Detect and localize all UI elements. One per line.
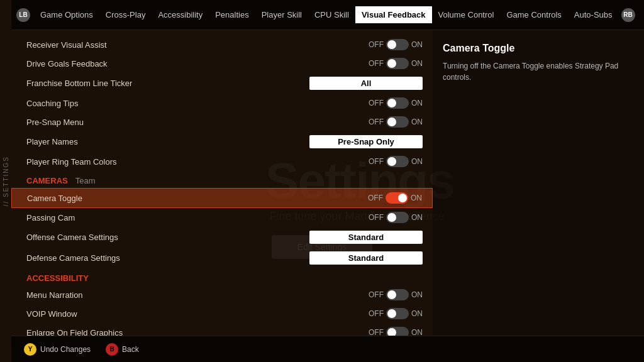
toggle-voip-window[interactable]: OFF ON — [369, 308, 423, 319]
nav-item-player-skill[interactable]: Player Skill — [255, 6, 308, 23]
setting-voip-window[interactable]: VOIP Window OFF ON — [11, 304, 433, 323]
setting-pre-snap-menu[interactable]: Pre-Snap Menu OFF ON — [11, 112, 433, 131]
y-button-badge: Y — [24, 343, 36, 356]
select-defense-camera[interactable]: Standard — [309, 251, 423, 265]
select-offense-camera[interactable]: Standard — [309, 231, 423, 244]
undo-changes-label: Undo Changes — [40, 345, 91, 354]
setting-player-names[interactable]: Player Names Pre-Snap Only — [11, 131, 433, 152]
nav-item-accessibility[interactable]: Accessibility — [152, 6, 209, 23]
nav-item-cross-play[interactable]: Cross-Play — [99, 6, 152, 23]
sidebar: // SETTINGS — [0, 0, 11, 362]
cameras-section-subtitle: Team — [75, 176, 96, 185]
info-panel: Camera Toggle Turning off the Camera Tog… — [433, 30, 644, 336]
nav-item-auto-subs[interactable]: Auto-Subs — [568, 6, 619, 23]
setting-passing-cam[interactable]: Passing Cam OFF ON — [11, 208, 433, 227]
info-panel-title: Camera Toggle — [443, 43, 634, 54]
toggle-switch-menu-narration[interactable] — [386, 289, 409, 300]
select-box-defense-camera[interactable]: Standard — [309, 251, 423, 265]
rb-badge: RB — [621, 8, 635, 22]
info-panel-description: Turning off the Camera Toggle enables St… — [443, 60, 634, 83]
toggle-switch-drive-goals-feedback[interactable] — [386, 58, 409, 69]
toggle-switch-coaching-tips[interactable] — [386, 97, 409, 109]
settings-panel: Receiver Visual Assist OFF ON Drive Goal… — [11, 30, 433, 336]
setting-camera-toggle[interactable]: Camera Toggle OFF ON — [11, 188, 433, 208]
select-box-franchise[interactable]: All — [309, 77, 423, 90]
toggle-switch-enlarge-on-field-graphics[interactable] — [386, 327, 409, 336]
setting-player-ring-team-colors[interactable]: Player Ring Team Colors OFF ON — [11, 152, 433, 171]
accessibility-section-header: Accessibility — [11, 268, 433, 285]
setting-receiver-visual-assist[interactable]: Receiver Visual Assist OFF ON — [11, 35, 433, 54]
nav-item-game-options[interactable]: Game Options — [34, 6, 99, 23]
nav-item-visual-feedback[interactable]: Visual Feedback — [355, 6, 432, 23]
cameras-section-title: Cameras — [26, 176, 68, 185]
toggle-enlarge-on-field-graphics[interactable]: OFF ON — [369, 327, 423, 336]
nav-item-penalties[interactable]: Penalties — [209, 6, 255, 23]
nav-item-game-controls[interactable]: Game Controls — [500, 6, 567, 23]
bottom-bar: Y Undo Changes B Back — [11, 336, 644, 362]
nav-item-volume-control[interactable]: Volume Control — [432, 6, 501, 23]
select-box-player-names[interactable]: Pre-Snap Only — [309, 135, 423, 148]
setting-defense-camera-settings[interactable]: Defense Camera Settings Standard — [11, 248, 433, 268]
setting-enlarge-on-field-graphics[interactable]: Enlarge On Field Graphics OFF ON — [11, 323, 433, 336]
top-nav: LB Game Options Cross-Play Accessibility… — [11, 0, 644, 30]
undo-changes-action[interactable]: Y Undo Changes — [24, 343, 91, 356]
b-button-badge: B — [106, 343, 118, 356]
toggle-switch-player-ring-team-colors[interactable] — [386, 156, 409, 167]
select-player-names[interactable]: Pre-Snap Only — [309, 135, 423, 148]
toggle-passing-cam[interactable]: OFF ON — [369, 212, 423, 223]
select-franchise-bottom-line-ticker[interactable]: All — [309, 77, 423, 90]
lb-badge: LB — [16, 8, 30, 22]
toggle-receiver-visual-assist[interactable]: OFF ON — [369, 39, 423, 50]
setting-offense-camera-settings[interactable]: Offense Camera Settings Standard — [11, 227, 433, 248]
main-content: Receiver Visual Assist OFF ON Drive Goal… — [11, 30, 644, 336]
toggle-camera-toggle[interactable]: OFF ON — [368, 192, 422, 204]
nav-item-cpu-skill[interactable]: CPU Skill — [308, 6, 355, 23]
setting-drive-goals-feedback[interactable]: Drive Goals Feedback OFF ON — [11, 54, 433, 73]
toggle-pre-snap-menu[interactable]: OFF ON — [369, 116, 423, 128]
back-label: Back — [122, 345, 139, 354]
accessibility-section-title: Accessibility — [26, 273, 89, 283]
sidebar-label: // SETTINGS — [3, 156, 9, 206]
toggle-menu-narration[interactable]: OFF ON — [369, 289, 423, 300]
toggle-coaching-tips[interactable]: OFF ON — [369, 97, 423, 109]
toggle-switch-camera-toggle[interactable] — [386, 192, 408, 204]
setting-franchise-bottom-line-ticker[interactable]: Franchise Bottom Line Ticker All — [11, 73, 433, 94]
toggle-switch-receiver-visual-assist[interactable] — [386, 39, 409, 50]
toggle-switch-voip-window[interactable] — [386, 308, 409, 319]
toggle-drive-goals-feedback[interactable]: OFF ON — [369, 58, 423, 69]
toggle-switch-passing-cam[interactable] — [386, 212, 409, 223]
toggle-player-ring-team-colors[interactable]: OFF ON — [369, 156, 423, 167]
select-box-offense-camera[interactable]: Standard — [309, 231, 423, 244]
toggle-switch-pre-snap-menu[interactable] — [386, 116, 409, 128]
back-action[interactable]: B Back — [106, 343, 139, 356]
setting-menu-narration[interactable]: Menu Narration OFF ON — [11, 285, 433, 304]
setting-coaching-tips[interactable]: Coaching Tips OFF ON — [11, 94, 433, 112]
cameras-section-header: Cameras Team — [11, 171, 433, 188]
